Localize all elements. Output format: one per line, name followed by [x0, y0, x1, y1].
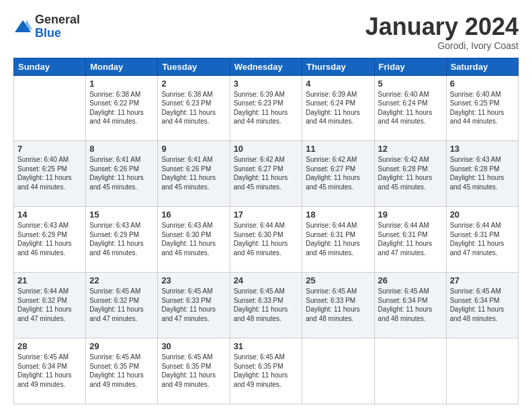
- title-section: January 2024 Gorodi, Ivory Coast: [365, 13, 519, 51]
- day-number: 4: [306, 79, 370, 89]
- day-number: 19: [378, 210, 443, 220]
- calendar-cell: 11Sunrise: 6:42 AMSunset: 6:27 PMDayligh…: [302, 141, 374, 207]
- day-number: 10: [234, 144, 299, 154]
- day-info: Sunrise: 6:45 AMSunset: 6:33 PMDaylight:…: [234, 287, 299, 323]
- calendar-cell: [374, 338, 446, 404]
- day-number: 18: [306, 210, 370, 220]
- calendar-cell: 22Sunrise: 6:45 AMSunset: 6:32 PMDayligh…: [86, 273, 158, 338]
- day-info: Sunrise: 6:45 AMSunset: 6:35 PMDaylight:…: [161, 353, 226, 389]
- day-info: Sunrise: 6:45 AMSunset: 6:35 PMDaylight:…: [89, 353, 154, 389]
- day-of-week-friday: Friday: [374, 58, 446, 75]
- day-info: Sunrise: 6:45 AMSunset: 6:33 PMDaylight:…: [161, 287, 226, 323]
- day-info: Sunrise: 6:42 AMSunset: 6:27 PMDaylight:…: [234, 155, 299, 191]
- calendar-cell: 3Sunrise: 6:39 AMSunset: 6:23 PMDaylight…: [230, 75, 302, 141]
- day-info: Sunrise: 6:42 AMSunset: 6:28 PMDaylight:…: [378, 155, 443, 191]
- day-number: 29: [89, 341, 154, 351]
- day-number: 27: [450, 275, 515, 285]
- day-number: 16: [161, 210, 226, 220]
- calendar-cell: 15Sunrise: 6:43 AMSunset: 6:29 PMDayligh…: [86, 207, 158, 273]
- day-number: 28: [17, 341, 82, 351]
- logo-general: General: [35, 13, 80, 27]
- day-of-week-wednesday: Wednesday: [230, 58, 302, 75]
- day-info: Sunrise: 6:38 AMSunset: 6:22 PMDaylight:…: [89, 90, 154, 126]
- calendar-cell: [14, 75, 86, 141]
- day-of-week-thursday: Thursday: [302, 58, 374, 75]
- calendar-cell: 19Sunrise: 6:44 AMSunset: 6:31 PMDayligh…: [374, 207, 446, 273]
- calendar-cell: 27Sunrise: 6:45 AMSunset: 6:34 PMDayligh…: [446, 273, 518, 338]
- logo: General Blue: [13, 13, 80, 40]
- day-info: Sunrise: 6:43 AMSunset: 6:30 PMDaylight:…: [161, 221, 226, 257]
- calendar-cell: 13Sunrise: 6:43 AMSunset: 6:28 PMDayligh…: [446, 141, 518, 207]
- day-of-week-sunday: Sunday: [14, 58, 86, 75]
- day-info: Sunrise: 6:45 AMSunset: 6:35 PMDaylight:…: [234, 353, 299, 389]
- page: General Blue January 2024 Gorodi, Ivory …: [0, 0, 532, 411]
- day-of-week-monday: Monday: [86, 58, 158, 75]
- calendar-cell: 30Sunrise: 6:45 AMSunset: 6:35 PMDayligh…: [158, 338, 230, 404]
- calendar-cell: 9Sunrise: 6:41 AMSunset: 6:26 PMDaylight…: [158, 141, 230, 207]
- day-number: 30: [161, 341, 226, 351]
- day-number: 15: [89, 210, 154, 220]
- day-info: Sunrise: 6:41 AMSunset: 6:26 PMDaylight:…: [89, 155, 154, 191]
- calendar: SundayMondayTuesdayWednesdayThursdayFrid…: [13, 58, 519, 404]
- day-number: 20: [450, 210, 515, 220]
- calendar-cell: 18Sunrise: 6:44 AMSunset: 6:31 PMDayligh…: [302, 207, 374, 273]
- day-info: Sunrise: 6:45 AMSunset: 6:32 PMDaylight:…: [89, 287, 154, 323]
- calendar-cell: 5Sunrise: 6:40 AMSunset: 6:24 PMDaylight…: [374, 75, 446, 141]
- day-number: 8: [89, 144, 154, 154]
- logo-icon: [13, 17, 32, 36]
- day-number: 31: [234, 341, 299, 351]
- day-info: Sunrise: 6:42 AMSunset: 6:27 PMDaylight:…: [306, 155, 370, 191]
- day-number: 7: [17, 144, 82, 154]
- day-info: Sunrise: 6:45 AMSunset: 6:34 PMDaylight:…: [17, 353, 82, 389]
- logo-text: General Blue: [35, 13, 80, 40]
- day-number: 1: [89, 79, 154, 89]
- calendar-week-row: 28Sunrise: 6:45 AMSunset: 6:34 PMDayligh…: [14, 338, 519, 404]
- calendar-cell: 24Sunrise: 6:45 AMSunset: 6:33 PMDayligh…: [230, 273, 302, 338]
- day-number: 3: [234, 79, 299, 89]
- day-info: Sunrise: 6:40 AMSunset: 6:25 PMDaylight:…: [17, 155, 82, 191]
- calendar-cell: 28Sunrise: 6:45 AMSunset: 6:34 PMDayligh…: [14, 338, 86, 404]
- day-number: 21: [17, 275, 82, 285]
- day-number: 12: [378, 144, 443, 154]
- calendar-week-row: 21Sunrise: 6:44 AMSunset: 6:32 PMDayligh…: [14, 273, 519, 338]
- day-info: Sunrise: 6:44 AMSunset: 6:32 PMDaylight:…: [17, 287, 82, 323]
- day-number: 13: [450, 144, 515, 154]
- month-title: January 2024: [365, 13, 519, 40]
- calendar-week-row: 14Sunrise: 6:43 AMSunset: 6:29 PMDayligh…: [14, 207, 519, 273]
- day-info: Sunrise: 6:45 AMSunset: 6:34 PMDaylight:…: [450, 287, 515, 323]
- location: Gorodi, Ivory Coast: [365, 40, 519, 51]
- day-info: Sunrise: 6:41 AMSunset: 6:26 PMDaylight:…: [161, 155, 226, 191]
- day-info: Sunrise: 6:44 AMSunset: 6:31 PMDaylight:…: [306, 221, 370, 257]
- day-info: Sunrise: 6:44 AMSunset: 6:31 PMDaylight:…: [450, 221, 515, 257]
- calendar-header-row: SundayMondayTuesdayWednesdayThursdayFrid…: [14, 58, 519, 75]
- calendar-cell: 14Sunrise: 6:43 AMSunset: 6:29 PMDayligh…: [14, 207, 86, 273]
- calendar-cell: 12Sunrise: 6:42 AMSunset: 6:28 PMDayligh…: [374, 141, 446, 207]
- day-number: 9: [161, 144, 226, 154]
- day-of-week-saturday: Saturday: [446, 58, 518, 75]
- calendar-cell: 23Sunrise: 6:45 AMSunset: 6:33 PMDayligh…: [158, 273, 230, 338]
- calendar-cell: 17Sunrise: 6:44 AMSunset: 6:30 PMDayligh…: [230, 207, 302, 273]
- day-info: Sunrise: 6:43 AMSunset: 6:29 PMDaylight:…: [89, 221, 154, 257]
- day-number: 2: [161, 79, 226, 89]
- calendar-cell: [302, 338, 374, 404]
- day-number: 14: [17, 210, 82, 220]
- day-info: Sunrise: 6:40 AMSunset: 6:25 PMDaylight:…: [450, 90, 515, 126]
- calendar-week-row: 1Sunrise: 6:38 AMSunset: 6:22 PMDaylight…: [14, 75, 519, 141]
- calendar-cell: 8Sunrise: 6:41 AMSunset: 6:26 PMDaylight…: [86, 141, 158, 207]
- calendar-cell: 20Sunrise: 6:44 AMSunset: 6:31 PMDayligh…: [446, 207, 518, 273]
- day-number: 5: [378, 79, 443, 89]
- calendar-cell: 31Sunrise: 6:45 AMSunset: 6:35 PMDayligh…: [230, 338, 302, 404]
- day-info: Sunrise: 6:39 AMSunset: 6:23 PMDaylight:…: [234, 90, 299, 126]
- day-info: Sunrise: 6:45 AMSunset: 6:34 PMDaylight:…: [378, 287, 443, 323]
- day-number: 17: [234, 210, 299, 220]
- day-info: Sunrise: 6:44 AMSunset: 6:31 PMDaylight:…: [378, 221, 443, 257]
- calendar-cell: 29Sunrise: 6:45 AMSunset: 6:35 PMDayligh…: [86, 338, 158, 404]
- day-number: 24: [234, 275, 299, 285]
- day-info: Sunrise: 6:44 AMSunset: 6:30 PMDaylight:…: [234, 221, 299, 257]
- day-info: Sunrise: 6:38 AMSunset: 6:23 PMDaylight:…: [161, 90, 226, 126]
- calendar-week-row: 7Sunrise: 6:40 AMSunset: 6:25 PMDaylight…: [14, 141, 519, 207]
- day-number: 22: [89, 275, 154, 285]
- calendar-cell: 4Sunrise: 6:39 AMSunset: 6:24 PMDaylight…: [302, 75, 374, 141]
- calendar-cell: 16Sunrise: 6:43 AMSunset: 6:30 PMDayligh…: [158, 207, 230, 273]
- calendar-cell: 1Sunrise: 6:38 AMSunset: 6:22 PMDaylight…: [86, 75, 158, 141]
